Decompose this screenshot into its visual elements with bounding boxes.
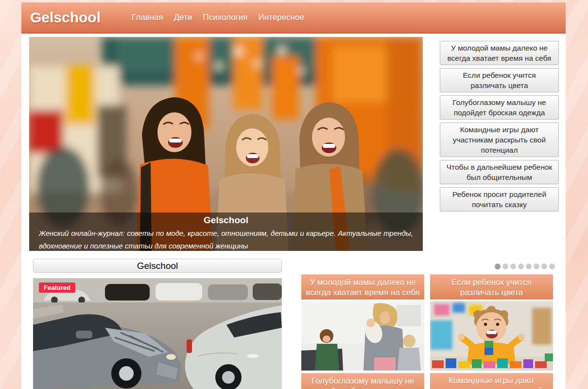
- sidebar-article-1[interactable]: У молодой мамы далеко не всегда хватает …: [440, 41, 559, 65]
- nav-item-home[interactable]: Главная: [132, 13, 163, 22]
- carousel-dot-7[interactable]: [541, 264, 547, 269]
- featured-badge: Featured: [39, 283, 75, 293]
- carousel-dot-1[interactable]: [495, 264, 501, 269]
- site-logo[interactable]: Gelschool: [30, 9, 101, 26]
- article-card-image-child-with-blocks[interactable]: [430, 301, 553, 371]
- article-card-image-mother-with-children[interactable]: [301, 301, 424, 371]
- sidebar-article-6[interactable]: Ребенок просит родителей почитать сказку: [440, 187, 559, 212]
- featured-article[interactable]: Featured: [33, 278, 282, 389]
- sidebar-article-3[interactable]: Голубоглазому малышу не подойдет броская…: [440, 95, 559, 120]
- nav-item-children[interactable]: Дети: [174, 13, 192, 22]
- sidebar-article-4[interactable]: Командные игры дают участникам раскрыть …: [440, 123, 559, 157]
- carousel-column-1: У молодой мамы далеко не всегда хватает …: [301, 274, 424, 389]
- nav-item-interesting[interactable]: Интересное: [259, 13, 304, 22]
- hero-title: Gelschool: [39, 215, 413, 226]
- carousel-dot-2[interactable]: [502, 264, 508, 269]
- sidebar-article-5[interactable]: Чтобы в дальнейшем ребенок был общительн…: [440, 160, 559, 184]
- carousel-dot-8[interactable]: [549, 264, 555, 269]
- carousel-dots: [495, 264, 555, 269]
- hero-banner: Gelschool Женский онлайн-журнал: советы …: [29, 37, 423, 251]
- carousel-dot-5[interactable]: [526, 264, 532, 269]
- article-card-title[interactable]: У молодой мамы далеко не всегда хватает …: [301, 274, 424, 300]
- article-card-title[interactable]: Командные игры дают участникам раскрыть …: [430, 373, 553, 389]
- carousel-dot-6[interactable]: [534, 264, 539, 269]
- nav-item-psychology[interactable]: Психология: [203, 13, 247, 22]
- article-card-title[interactable]: Если ребенок учится различать цвета: [430, 274, 553, 300]
- main-nav: Главная Дети Психология Интересное: [132, 13, 304, 22]
- site-header: Gelschool Главная Дети Психология Интере…: [21, 2, 566, 34]
- carousel-column-2: Если ребенок учится различать цвета: [430, 274, 553, 389]
- carousel-dot-3[interactable]: [510, 264, 516, 269]
- featured-image-car-accident: [33, 278, 282, 389]
- carousel-dot-4[interactable]: [518, 264, 524, 269]
- hero-description: Женский онлайн-журнал: советы по моде, к…: [39, 227, 413, 251]
- article-card-title[interactable]: Голубоглазому малышу не подойдет броская…: [301, 373, 424, 389]
- hero-caption: Gelschool Женский онлайн-журнал: советы …: [29, 212, 423, 251]
- section-title-bar: Gelschool: [33, 259, 282, 273]
- sidebar-article-2[interactable]: Если ребенок учится различать цвета: [440, 68, 559, 92]
- sidebar-article-list: У молодой мамы далеко не всегда хватает …: [440, 41, 559, 212]
